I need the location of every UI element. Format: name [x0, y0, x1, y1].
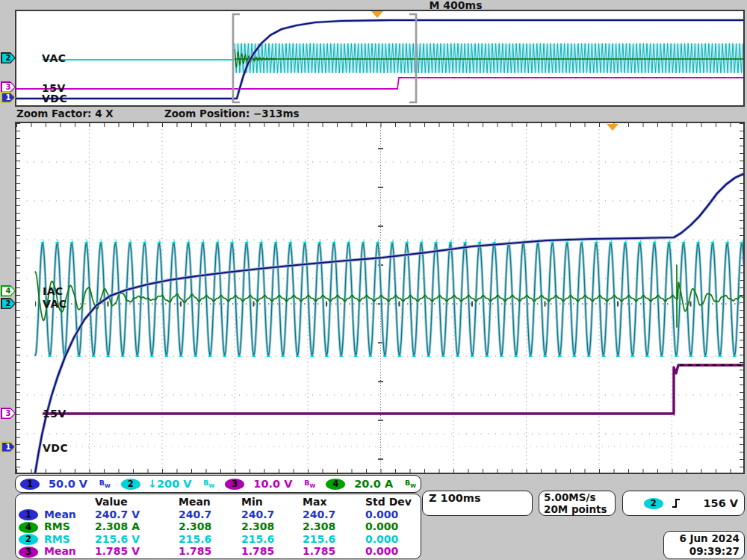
ch2-badge: 2: [121, 479, 140, 490]
sample-rate-readout: 5.00MS/s: [544, 491, 610, 503]
zoom-position-readout: Zoom Position: −313ms: [164, 108, 300, 119]
channel-scale-bar: 1 50.0 V BW 2 ↓200 V BW 3 10.0 V BW 4 20…: [15, 475, 421, 493]
trigger-source-badge: 2: [644, 498, 663, 509]
ch3-bandwidth-icon: BW: [295, 479, 315, 489]
ch1-badge: 1: [19, 509, 38, 520]
col-header-max: Max: [303, 496, 365, 508]
trigger-level-readout: 156 V: [703, 497, 738, 509]
datetime-box: 6 Jun 2024 09:39:27: [663, 531, 745, 559]
ch2-badge: 2: [19, 534, 38, 545]
ch2-scale-readout: ↓200 V: [148, 478, 192, 490]
main-label-vac: VAC: [43, 298, 67, 310]
main-trigger-position-icon: [607, 124, 619, 131]
overview-label-vdc: VDC: [42, 93, 67, 105]
measurement-row-ch4: 4 RMS 2.308 A 2.308 2.308 2.308 0.000: [19, 520, 418, 532]
measurement-table: Value Mean Min Max Std Dev 1 Mean 240.7 …: [15, 494, 421, 559]
acquisition-box: 5.00MS/s 20M points: [539, 491, 616, 516]
overview-ch1-marker-icon: 1: [1, 92, 16, 103]
ch3-scale-readout: 10.0 V: [253, 478, 292, 490]
measurement-row-ch2: 2 RMS 215.6 V 215.6 215.6 215.6 0.000: [19, 532, 418, 544]
trigger-box: 2 156 V: [622, 491, 745, 516]
ch1-bandwidth-icon: BW: [90, 479, 111, 489]
oscilloscope-screen: M 400ms 2 3 1 VAC 15V VDC Zoom Factor: 4…: [0, 0, 747, 560]
record-length-readout: 20M points: [544, 503, 610, 515]
col-header-stddev: Std Dev: [365, 496, 418, 508]
zoom-readout-bar: Zoom Factor: 4 X Zoom Position: −313ms: [15, 108, 745, 120]
overview-trigger-position-icon: [371, 11, 383, 18]
overview-waveform-svg: [16, 11, 743, 105]
measurement-header-row: Value Mean Min Max Std Dev: [19, 496, 418, 508]
overview-waveform-display: [15, 10, 745, 107]
zoom-factor-readout: Zoom Factor: 4 X: [16, 108, 114, 119]
time-readout: 09:39:27: [669, 545, 740, 558]
overview-ch3-marker-icon: 3: [1, 81, 16, 93]
main-ch3-marker-icon: 3: [1, 408, 16, 419]
ch3-badge: 3: [225, 479, 244, 490]
ch1-badge: 1: [20, 479, 40, 490]
main-waveform-svg: [16, 123, 743, 473]
main-waveform-display: [15, 122, 745, 474]
ch4-badge: 4: [19, 522, 38, 533]
main-ch1-marker-icon: 1: [1, 441, 16, 452]
ch4-scale-readout: 20.0 A: [354, 478, 393, 490]
main-ch2-marker-icon: 2: [1, 298, 16, 309]
zoom-timebase-box: Z 100ms: [422, 491, 533, 516]
date-readout: 6 Jun 2024: [669, 532, 740, 545]
main-label-iac: IAC: [43, 285, 63, 297]
main-label-15v: 15V: [43, 408, 66, 420]
main-label-vdc: VDC: [43, 442, 68, 454]
col-header-min: Min: [241, 496, 303, 508]
ch3-badge: 3: [19, 547, 38, 558]
ch2-bandwidth-icon: BW: [195, 479, 215, 489]
ch4-bandwidth-icon: BW: [396, 479, 416, 489]
measurement-row-ch3: 3 Mean 1.785 V 1.785 1.785 1.785 0.000: [19, 545, 418, 557]
rising-edge-icon: [671, 497, 681, 509]
zoom-timebase-readout: Z 100ms: [429, 492, 481, 504]
ch4-badge: 4: [326, 479, 345, 490]
main-ch4-marker-icon: 4: [1, 285, 16, 296]
measurement-row-ch1: 1 Mean 240.7 V 240.7 240.7 240.7 0.000: [19, 508, 418, 520]
col-header-value: Value: [95, 496, 179, 508]
overview-label-vac: VAC: [42, 52, 66, 64]
ch1-scale-readout: 50.0 V: [49, 478, 87, 490]
overview-ch2-marker-icon: 2: [1, 52, 16, 63]
col-header-mean: Mean: [179, 496, 241, 508]
